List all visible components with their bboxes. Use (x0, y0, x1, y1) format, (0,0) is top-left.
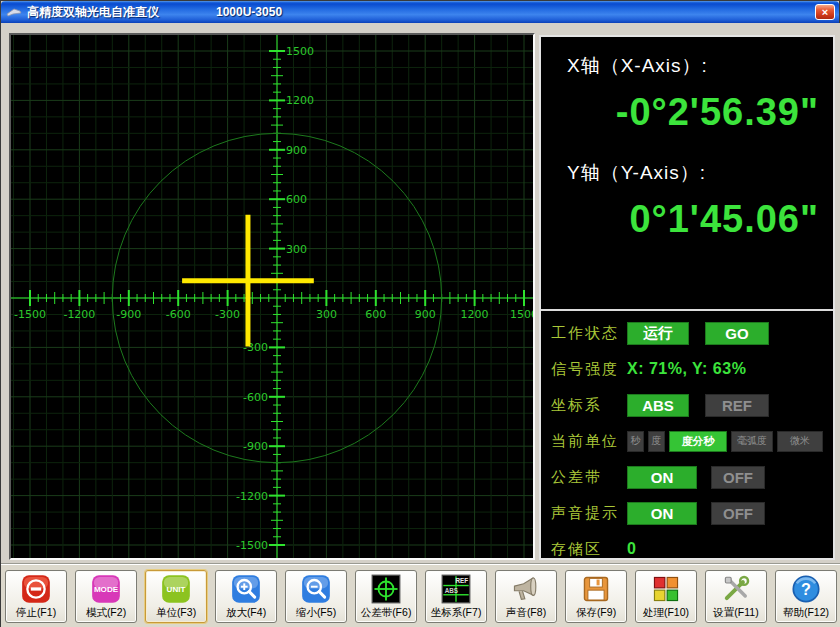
readings-panel: X轴（X-Axis）: -0°2'56.39" Y轴（Y-Axis）: 0°1'… (539, 35, 835, 560)
unit-mrad-button[interactable]: 毫弧度 (731, 431, 773, 452)
main-area: -1500-1500-1200-1200-900-900-600-600-300… (1, 23, 840, 564)
unit-degree-button[interactable]: 度 (648, 431, 665, 452)
svg-text:-1200: -1200 (63, 308, 95, 321)
svg-text:1500: 1500 (510, 308, 533, 321)
icon-text: MODE (94, 585, 119, 594)
toolbar-button-label: 缩小(F5) (296, 606, 336, 620)
toolbar-button-f9[interactable]: 保存(F9) (565, 570, 627, 623)
plot-panel: -1500-1500-1200-1200-900-900-600-600-300… (9, 33, 535, 560)
y-axis-label: Y轴（Y-Axis）: (567, 160, 833, 186)
signal-strength-row: 信号强度 X: 71%, Y: 63% (541, 351, 833, 387)
app-window: 高精度双轴光电自准直仪 1000U-3050 × -1500-1500-1200… (0, 0, 840, 627)
stop-icon (21, 574, 51, 604)
toolbar-button-label: 单位(F3) (156, 606, 196, 620)
toolbar: 停止(F1)MODE模式(F2)UNIT单位(F3)放大(F4)缩小(F5)公差… (1, 564, 840, 627)
x-axis-label: X轴（X-Axis）: (567, 53, 833, 79)
megaphone-icon (511, 574, 541, 604)
toolbar-button-f7[interactable]: REFABS坐标系(F7) (425, 570, 487, 623)
current-unit-row: 当前单位 秒 度 度分秒 毫弧度 微米 (541, 423, 833, 459)
svg-text:1500: 1500 (286, 45, 314, 58)
svg-text:900: 900 (286, 144, 307, 157)
icon-text: ABS (445, 587, 458, 594)
status-rows: 工作状态 运行 GO 信号强度 X: 71%, Y: 63% 坐标系 ABS R… (541, 311, 833, 567)
svg-text:1200: 1200 (461, 308, 489, 321)
toolbar-button-label: 公差带(F6) (361, 606, 412, 620)
tolerance-off-button[interactable]: OFF (711, 466, 765, 489)
svg-text:-900: -900 (116, 308, 141, 321)
toolbar-button-f12[interactable]: ?帮助(F12) (775, 570, 837, 623)
toolbar-button-f4[interactable]: 放大(F4) (215, 570, 277, 623)
unit-dms-button[interactable]: 度分秒 (669, 431, 727, 452)
zoom-out-icon (301, 574, 331, 604)
toolbar-button-f11[interactable]: 设置(F11) (705, 570, 767, 623)
work-status-label: 工作状态 (551, 324, 627, 343)
svg-text:300: 300 (316, 308, 337, 321)
toolbar-button-f5[interactable]: 缩小(F5) (285, 570, 347, 623)
toolbar-button-f2[interactable]: MODE模式(F2) (75, 570, 137, 623)
toolbar-button-label: 停止(F1) (16, 606, 56, 620)
toolbar-button-f3[interactable]: UNIT单位(F3) (145, 570, 207, 623)
help-icon: ? (791, 574, 821, 604)
process-blocks-icon (651, 574, 681, 604)
svg-text:300: 300 (286, 243, 307, 256)
tolerance-on-button[interactable]: ON (627, 466, 697, 489)
ref-button[interactable]: REF (705, 394, 769, 417)
work-status-row: 工作状态 运行 GO (541, 315, 833, 351)
storage-value: 0 (627, 540, 636, 558)
y-axis-value: 0°1'45.06" (541, 198, 819, 241)
tolerance-target-icon (371, 574, 401, 604)
window-title: 高精度双轴光电自准直仪 (27, 4, 159, 21)
tolerance-band-row: 公差带 ON OFF (541, 459, 833, 495)
svg-text:-600: -600 (166, 308, 191, 321)
unit-icon: UNIT (161, 574, 191, 604)
svg-text:600: 600 (286, 193, 307, 206)
storage-label: 存储区 (551, 540, 627, 559)
app-icon (5, 5, 23, 19)
sound-alert-label: 声音提示 (551, 504, 627, 523)
toolbar-button-label: 声音(F8) (506, 606, 546, 620)
unit-micron-button[interactable]: 微米 (777, 431, 823, 452)
icon-text: ? (801, 580, 811, 598)
toolbar-button-f6[interactable]: 公差带(F6) (355, 570, 417, 623)
storage-row: 存储区 0 (541, 531, 833, 567)
toolbar-button-label: 保存(F9) (576, 606, 616, 620)
sound-on-button[interactable]: ON (627, 502, 697, 525)
svg-text:1200: 1200 (286, 94, 314, 107)
svg-text:-1500: -1500 (236, 539, 268, 552)
coordinate-system-row: 坐标系 ABS REF (541, 387, 833, 423)
svg-text:900: 900 (415, 308, 436, 321)
abs-button[interactable]: ABS (627, 394, 689, 417)
icon-text: REF (455, 577, 468, 584)
title-bar: 高精度双轴光电自准直仪 1000U-3050 × (1, 1, 839, 23)
toolbar-button-label: 帮助(F12) (783, 606, 829, 620)
svg-text:-300: -300 (215, 308, 240, 321)
autocollimator-plot: -1500-1500-1200-1200-900-900-600-600-300… (11, 35, 533, 558)
toolbar-button-f1[interactable]: 停止(F1) (5, 570, 67, 623)
axis-readings: X轴（X-Axis）: -0°2'56.39" Y轴（Y-Axis）: 0°1'… (541, 53, 833, 311)
svg-text:-900: -900 (243, 440, 268, 453)
toolbar-button-label: 设置(F11) (713, 606, 758, 620)
run-button[interactable]: 运行 (627, 322, 689, 345)
zoom-in-icon (231, 574, 261, 604)
floppy-save-icon (581, 574, 611, 604)
svg-text:-1200: -1200 (236, 490, 268, 503)
signal-strength-value: X: 71%, Y: 63% (627, 360, 746, 378)
icon-text: UNIT (167, 585, 186, 594)
toolbar-button-label: 坐标系(F7) (431, 606, 482, 620)
sound-off-button[interactable]: OFF (711, 502, 765, 525)
go-button[interactable]: GO (705, 322, 769, 345)
tolerance-band-label: 公差带 (551, 468, 627, 487)
coordinate-system-label: 坐标系 (551, 396, 627, 415)
coordinate-system-icon: REFABS (441, 574, 471, 604)
toolbar-button-label: 处理(F10) (643, 606, 689, 620)
svg-text:600: 600 (365, 308, 386, 321)
toolbar-button-label: 模式(F2) (86, 606, 126, 620)
close-button[interactable]: × (815, 4, 835, 20)
window-model: 1000U-3050 (216, 5, 282, 19)
toolbar-button-f10[interactable]: 处理(F10) (635, 570, 697, 623)
sound-alert-row: 声音提示 ON OFF (541, 495, 833, 531)
current-unit-label: 当前单位 (551, 432, 627, 451)
x-axis-value: -0°2'56.39" (541, 91, 819, 134)
toolbar-button-f8[interactable]: 声音(F8) (495, 570, 557, 623)
unit-arcsec-button[interactable]: 秒 (627, 431, 644, 452)
